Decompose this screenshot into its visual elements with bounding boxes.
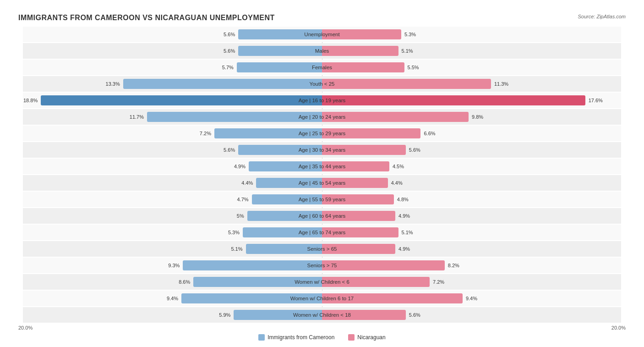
table-row: 13.3% Youth < 25 11.3% bbox=[23, 76, 621, 92]
bar-right-area: 4.9% bbox=[322, 241, 621, 257]
bar-left-area: 9.3% bbox=[23, 258, 322, 273]
value-left: 5.6% bbox=[224, 32, 236, 37]
bar-pink: 5.6% bbox=[322, 145, 406, 155]
value-right: 4.8% bbox=[396, 197, 409, 202]
value-left: 5% bbox=[237, 213, 246, 219]
bar-blue: 5.7% bbox=[237, 62, 322, 72]
table-row: 9.3% Seniors > 75 8.2% bbox=[23, 258, 621, 273]
bar-left-area: 5.6% bbox=[23, 142, 322, 158]
legend-item-pink: Nicaraguan bbox=[348, 334, 385, 341]
bar-left-area: 7.2% bbox=[23, 126, 322, 141]
bar-pink: 4.8% bbox=[322, 194, 394, 204]
axis-left: 20.0% bbox=[18, 325, 322, 330]
table-row: 5.6% Males 5.1% bbox=[23, 43, 621, 59]
legend-item-blue: Immigrants from Cameroon bbox=[258, 334, 334, 341]
value-right: 4.4% bbox=[390, 180, 403, 186]
axis-left-label: 20.0% bbox=[18, 325, 33, 330]
table-row: 5.6% Unemployment 5.3% bbox=[23, 27, 621, 42]
table-row: 5.9% Women w/ Children < 18 5.6% bbox=[23, 307, 621, 323]
bar-right-area: 9.8% bbox=[322, 109, 621, 125]
value-left: 4.9% bbox=[234, 164, 247, 169]
legend-box-pink bbox=[348, 334, 355, 341]
value-right: 4.9% bbox=[397, 213, 410, 219]
bar-right-area: 5.5% bbox=[322, 60, 621, 75]
value-right: 5.3% bbox=[403, 32, 416, 37]
bar-blue: 18.8% bbox=[41, 95, 322, 105]
legend-label-blue: Immigrants from Cameroon bbox=[267, 334, 334, 341]
value-right: 5.6% bbox=[408, 147, 420, 153]
bar-left-area: 11.7% bbox=[23, 109, 322, 125]
legend: Immigrants from Cameroon Nicaraguan bbox=[18, 334, 626, 341]
value-left: 5.1% bbox=[231, 246, 244, 252]
value-right: 5.1% bbox=[400, 48, 413, 54]
table-row: 4.4% Age | 45 to 54 years 4.4% bbox=[23, 175, 621, 191]
bar-blue: 9.3% bbox=[183, 260, 322, 270]
bar-blue: 7.2% bbox=[214, 128, 322, 138]
value-left: 7.2% bbox=[200, 131, 213, 136]
bar-blue: 5.6% bbox=[238, 145, 322, 155]
bar-right-area: 4.8% bbox=[322, 192, 621, 207]
bar-blue: 5.3% bbox=[243, 227, 322, 237]
bar-right-area: 5.1% bbox=[322, 225, 621, 240]
bar-left-area: 5.6% bbox=[23, 27, 322, 42]
bar-left-area: 5.9% bbox=[23, 307, 322, 323]
axis-row: 20.0% 20.0% bbox=[18, 325, 626, 330]
bar-right-area: 5.1% bbox=[322, 43, 621, 59]
value-right: 11.3% bbox=[493, 81, 508, 87]
value-right: 5.1% bbox=[400, 230, 413, 235]
bar-pink: 4.5% bbox=[322, 161, 389, 171]
bar-blue: 9.4% bbox=[181, 293, 322, 303]
bar-pink: 5.1% bbox=[322, 227, 398, 237]
bar-right-area: 5.3% bbox=[322, 27, 621, 42]
value-right: 7.2% bbox=[431, 279, 444, 285]
bar-pink: 17.6% bbox=[322, 95, 585, 105]
bar-pink: 5.3% bbox=[322, 29, 401, 39]
bar-pink: 5.1% bbox=[322, 46, 398, 56]
bar-right-area: 4.4% bbox=[322, 175, 621, 191]
bar-left-area: 5.7% bbox=[23, 60, 322, 75]
bar-right-area: 11.3% bbox=[322, 76, 621, 92]
bar-right-area: 8.2% bbox=[322, 258, 621, 273]
table-row: 5.1% Seniors > 65 4.9% bbox=[23, 241, 621, 257]
bar-blue: 5.6% bbox=[238, 46, 322, 56]
bar-left-area: 5.6% bbox=[23, 43, 322, 59]
bar-pink: 4.9% bbox=[322, 211, 395, 221]
bar-left-area: 18.8% bbox=[23, 93, 322, 108]
bar-blue: 5.6% bbox=[238, 29, 322, 39]
axis-right: 20.0% bbox=[322, 325, 626, 330]
value-right: 5.6% bbox=[408, 312, 420, 318]
bar-pink: 8.2% bbox=[322, 260, 445, 270]
chart-source: Source: ZipAtlas.com bbox=[578, 14, 626, 19]
value-left: 5.6% bbox=[224, 147, 236, 153]
bar-blue: 4.9% bbox=[249, 161, 322, 171]
chart-header: IMMIGRANTS FROM CAMEROON VS NICARAGUAN U… bbox=[18, 14, 626, 22]
bar-blue: 5% bbox=[247, 211, 322, 221]
value-right: 17.6% bbox=[587, 98, 603, 103]
value-left: 4.7% bbox=[237, 197, 250, 202]
bar-blue: 4.4% bbox=[256, 178, 322, 188]
bar-right-area: 6.6% bbox=[322, 126, 621, 141]
table-row: 9.4% Women w/ Children 6 to 17 9.4% bbox=[23, 291, 621, 306]
axis-right-label: 20.0% bbox=[611, 325, 626, 330]
table-row: 7.2% Age | 25 to 29 years 6.6% bbox=[23, 126, 621, 141]
value-left: 5.3% bbox=[228, 230, 241, 235]
table-row: 5.3% Age | 65 to 74 years 5.1% bbox=[23, 225, 621, 240]
value-right: 6.6% bbox=[422, 131, 435, 136]
bar-left-area: 5.1% bbox=[23, 241, 322, 257]
bar-blue: 8.6% bbox=[193, 277, 322, 287]
bar-pink: 4.9% bbox=[322, 244, 395, 254]
chart-body: 5.6% Unemployment 5.3% 5.6% Males 5.1% bbox=[18, 27, 626, 323]
value-left: 18.8% bbox=[23, 98, 39, 103]
bar-pink: 9.8% bbox=[322, 112, 469, 122]
value-right: 8.2% bbox=[447, 263, 459, 268]
value-left: 9.4% bbox=[167, 296, 180, 301]
bar-blue: 5.9% bbox=[234, 310, 322, 320]
bar-blue: 13.3% bbox=[123, 79, 322, 89]
table-row: 18.8% Age | 16 to 19 years 17.6% bbox=[23, 93, 621, 108]
table-row: 8.6% Women w/ Children < 6 7.2% bbox=[23, 274, 621, 290]
bar-right-area: 5.6% bbox=[322, 307, 621, 323]
bar-right-area: 7.2% bbox=[322, 274, 621, 290]
bar-left-area: 9.4% bbox=[23, 291, 322, 306]
value-left: 8.6% bbox=[179, 279, 191, 285]
value-left: 11.7% bbox=[130, 114, 145, 120]
